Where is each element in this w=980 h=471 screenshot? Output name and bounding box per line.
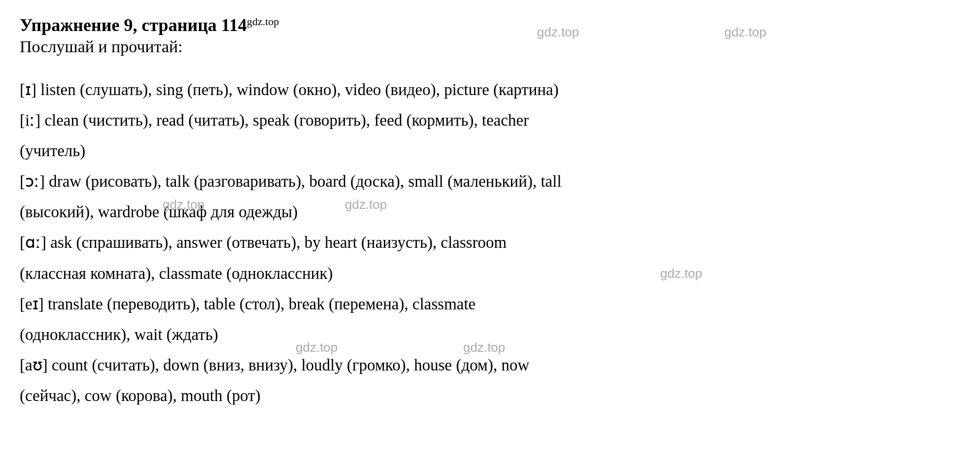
content-block: [ɪ] listen (слушать), sing (петь), windo… bbox=[20, 76, 960, 409]
page-container: gdz.top gdz.top gdz.top gdz.top gdz.top … bbox=[20, 15, 960, 409]
watermark-lower-center: gdz.top bbox=[463, 340, 505, 355]
content-line-2: [iː] clean (чистить), read (читать), spe… bbox=[20, 106, 960, 134]
title-watermark: gdz.top bbox=[247, 15, 279, 28]
content-line-5: [eɪ] translate (переводить), table (стол… bbox=[20, 290, 960, 318]
content-line-2b: (учитель) bbox=[20, 137, 960, 165]
watermark-mid-right: gdz.top bbox=[660, 266, 702, 281]
watermark-top-right: gdz.top bbox=[724, 25, 766, 40]
exercise-title: Упражнение 9, страница 114 bbox=[20, 15, 247, 35]
content-line-3b: (высокий), wardrobe (шкаф для одежды) bbox=[20, 198, 960, 226]
exercise-header: Упражнение 9, страница 114gdz.top Послуш… bbox=[20, 15, 960, 56]
content-line-6: [aʊ] count (считать), down (вниз, внизу)… bbox=[20, 351, 960, 379]
content-line-1: [ɪ] listen (слушать), sing (петь), windo… bbox=[20, 76, 960, 103]
exercise-subtitle: Послушай и прочитай: bbox=[20, 37, 960, 56]
watermark-lower-left: gdz.top bbox=[296, 340, 338, 355]
watermark-mid-center: gdz.top bbox=[345, 197, 387, 212]
watermark-top-center: gdz.top bbox=[537, 25, 579, 40]
content-line-4: [ɑː] ask (спрашивать), answer (отвечать)… bbox=[20, 229, 960, 256]
content-line-6b: (сейчас), cow (корова), mouth (рот) bbox=[20, 382, 960, 409]
content-line-3: [ɔː] draw (рисовать), talk (разговариват… bbox=[20, 168, 960, 195]
watermark-mid-left: gdz.top bbox=[163, 197, 204, 212]
content-line-4b: (классная комната), classmate (однокласс… bbox=[20, 260, 960, 287]
